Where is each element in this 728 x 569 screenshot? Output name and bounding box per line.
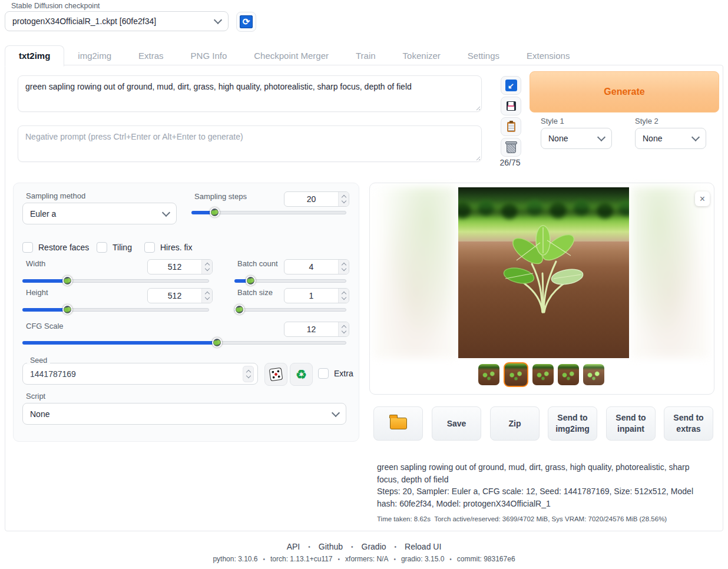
tiling-checkbox[interactable]: Tiling bbox=[97, 242, 132, 253]
seed-label: Seed bbox=[27, 356, 50, 365]
tab-tokenizer[interactable]: Tokenizer bbox=[389, 47, 454, 65]
script-dropdown[interactable]: None bbox=[22, 403, 346, 425]
gallery-thumbnails bbox=[369, 361, 713, 388]
stepper-icon[interactable] bbox=[338, 289, 349, 303]
slider-thumb[interactable] bbox=[212, 338, 222, 348]
tiling-label: Tiling bbox=[112, 243, 132, 252]
sampling-method-dropdown[interactable]: Euler a bbox=[22, 203, 177, 224]
stepper-icon[interactable] bbox=[201, 289, 212, 303]
batch-size-label: Batch size bbox=[237, 288, 273, 297]
batch-count-slider[interactable] bbox=[234, 276, 346, 286]
gallery-thumbnail[interactable] bbox=[532, 364, 554, 385]
generate-button[interactable]: Generate bbox=[530, 71, 719, 113]
height-input[interactable]: 512 bbox=[147, 288, 213, 303]
height-slider[interactable] bbox=[22, 305, 209, 315]
gallery-thumbnail[interactable] bbox=[583, 364, 604, 385]
gallery-thumbnail-selected[interactable] bbox=[504, 362, 528, 387]
reuse-seed-button[interactable]: ♻ bbox=[290, 363, 313, 386]
reload-ui-link[interactable]: Reload UI bbox=[405, 542, 441, 551]
gallery-next-image[interactable] bbox=[631, 187, 709, 358]
generation-info-performance: Time taken: 8.62s Torch active/reserved:… bbox=[377, 514, 708, 524]
separator-dot: • bbox=[338, 556, 340, 563]
stepper-icon[interactable] bbox=[338, 322, 349, 336]
sampling-steps-slider[interactable] bbox=[191, 207, 346, 218]
separator-dot: • bbox=[351, 544, 353, 550]
batch-size-input[interactable]: 1 bbox=[284, 288, 349, 303]
commit-hash: commit: 983167e6 bbox=[457, 555, 515, 563]
width-input[interactable]: 512 bbox=[147, 259, 213, 274]
tab-checkpoint-merger[interactable]: Checkpoint Merger bbox=[240, 47, 342, 65]
slider-thumb[interactable] bbox=[62, 305, 72, 315]
restore-faces-label: Restore faces bbox=[38, 243, 89, 252]
gradio-link[interactable]: Gradio bbox=[362, 542, 386, 551]
tab-extras[interactable]: Extras bbox=[125, 47, 177, 65]
hires-fix-label: Hires. fix bbox=[160, 243, 192, 252]
send-to-inpaint-button[interactable]: Send to inpaint bbox=[606, 406, 656, 441]
github-link[interactable]: Github bbox=[319, 542, 343, 551]
save-style-button[interactable] bbox=[501, 97, 521, 115]
floppy-disk-icon bbox=[507, 101, 516, 111]
batch-count-input[interactable]: 4 bbox=[284, 259, 349, 274]
negative-prompt-input[interactable] bbox=[18, 125, 482, 162]
tab-img2img[interactable]: img2img bbox=[64, 47, 125, 65]
checkpoint-label: Stable Diffusion checkpoint bbox=[8, 2, 103, 10]
stepper-icon[interactable] bbox=[338, 192, 349, 206]
python-version: python: 3.10.6 bbox=[213, 555, 257, 563]
style1-dropdown[interactable]: None bbox=[541, 128, 612, 149]
paste-generation-params-button[interactable]: ↙ bbox=[501, 76, 521, 95]
random-seed-button[interactable] bbox=[264, 363, 287, 386]
sampling-steps-input[interactable]: 20 bbox=[284, 191, 349, 207]
gallery-thumbnail[interactable] bbox=[478, 364, 499, 385]
checkpoint-value: protogenX34OfficialR_1.ckpt [60fe2f34] bbox=[12, 16, 156, 26]
restore-faces-checkbox[interactable]: Restore faces bbox=[22, 242, 89, 253]
tab-extensions[interactable]: Extensions bbox=[513, 47, 583, 65]
send-to-img2img-button[interactable]: Send to img2img bbox=[548, 406, 597, 441]
checkbox-icon bbox=[318, 368, 329, 379]
save-button[interactable]: Save bbox=[432, 406, 481, 441]
stepper-icon[interactable] bbox=[338, 260, 349, 274]
hires-fix-checkbox[interactable]: Hires. fix bbox=[144, 242, 192, 253]
zip-button[interactable]: Zip bbox=[490, 406, 540, 441]
batch-count-label: Batch count bbox=[237, 259, 278, 268]
checkpoint-dropdown[interactable]: protogenX34OfficialR_1.ckpt [60fe2f34] bbox=[5, 11, 229, 31]
separator-dot: • bbox=[263, 556, 266, 563]
prompt-input[interactable]: green sapling rowing out of ground, mud,… bbox=[18, 75, 482, 112]
clear-prompt-button[interactable] bbox=[501, 138, 521, 157]
tab-png-info[interactable]: PNG Info bbox=[177, 47, 241, 65]
generated-image[interactable] bbox=[458, 187, 629, 358]
tab-train[interactable]: Train bbox=[342, 47, 389, 65]
generation-info-params: Steps: 20, Sampler: Euler a, CFG scale: … bbox=[377, 485, 708, 510]
chevron-down-icon bbox=[597, 133, 605, 141]
slider-thumb[interactable] bbox=[234, 305, 244, 315]
slider-thumb[interactable] bbox=[62, 276, 72, 286]
sampling-steps-value: 20 bbox=[284, 192, 338, 206]
footer-versions: python: 3.10.6 • torch: 1.13.1+cu117 • x… bbox=[0, 555, 728, 563]
generation-info: green sapling rowing out of ground, mud,… bbox=[377, 461, 708, 524]
script-label: Script bbox=[26, 392, 45, 401]
stepper-icon[interactable] bbox=[243, 366, 254, 382]
batch-size-slider[interactable] bbox=[234, 305, 346, 315]
gallery-thumbnail[interactable] bbox=[558, 364, 579, 385]
width-slider[interactable] bbox=[22, 276, 209, 286]
style2-dropdown[interactable]: None bbox=[635, 128, 706, 149]
cfg-scale-input[interactable]: 12 bbox=[284, 322, 349, 337]
gallery-prev-image[interactable] bbox=[375, 187, 456, 358]
cfg-scale-slider[interactable] bbox=[22, 338, 346, 348]
width-value: 512 bbox=[148, 260, 201, 274]
slider-thumb[interactable] bbox=[210, 207, 220, 217]
checkbox-icon bbox=[22, 242, 33, 253]
stepper-icon[interactable] bbox=[201, 260, 212, 274]
api-link[interactable]: API bbox=[287, 542, 300, 551]
tab-settings[interactable]: Settings bbox=[454, 47, 513, 65]
height-label: Height bbox=[26, 288, 48, 297]
apply-style-button[interactable] bbox=[501, 117, 521, 136]
seed-input[interactable]: 1441787169 bbox=[22, 363, 258, 385]
extra-seed-checkbox[interactable]: Extra bbox=[318, 368, 353, 379]
sampling-method-label: Sampling method bbox=[26, 191, 85, 200]
open-folder-button[interactable] bbox=[373, 406, 423, 441]
tab-txt2img[interactable]: txt2img bbox=[5, 45, 64, 67]
send-to-extras-button[interactable]: Send to extras bbox=[664, 406, 713, 441]
slider-thumb[interactable] bbox=[246, 276, 256, 286]
close-gallery-button[interactable]: × bbox=[695, 191, 710, 206]
refresh-checkpoints-button[interactable]: ⟳ bbox=[236, 12, 256, 32]
